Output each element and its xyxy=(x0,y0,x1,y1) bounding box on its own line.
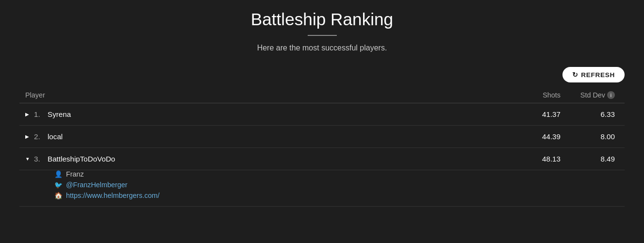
title-divider xyxy=(308,35,337,36)
table-row: ▶ 2. local 44.39 8.00 xyxy=(19,126,625,148)
website-link[interactable]: https://www.helmbergers.com/ xyxy=(66,192,160,199)
table-row: ▼ 3. BattleshipToDoVoDo 48.13 8.49 xyxy=(19,148,625,170)
page-container: Battleship Ranking Here are the most suc… xyxy=(0,0,644,243)
home-icon: 🏠 xyxy=(54,192,62,199)
expanded-details-row: 👤 Franz 🐦 @FranzHelmberger 🏠 https://www… xyxy=(19,170,625,207)
rank-number: 2. xyxy=(34,132,44,141)
expand-icon[interactable]: ▶ xyxy=(25,134,30,139)
player-name: BattleshipToDoVoDo xyxy=(48,155,115,163)
col-shots: Shots xyxy=(508,87,566,103)
refresh-button[interactable]: ↻ REFRESH xyxy=(562,67,625,82)
player-name: local xyxy=(48,132,63,141)
expanded-content: 👤 Franz 🐦 @FranzHelmberger 🏠 https://www… xyxy=(25,170,619,199)
expand-icon[interactable]: ▶ xyxy=(25,112,30,117)
detail-website: 🏠 https://www.helmbergers.com/ xyxy=(54,192,619,199)
shots-cell: 48.13 xyxy=(508,148,566,170)
expanded-cell: 👤 Franz 🐦 @FranzHelmberger 🏠 https://www… xyxy=(19,170,625,207)
twitter-icon: 🐦 xyxy=(54,181,62,189)
expand-icon[interactable]: ▼ xyxy=(25,156,30,162)
player-cell: ▶ 2. local xyxy=(19,126,508,148)
person-icon: 👤 xyxy=(54,170,62,178)
rank-number: 3. xyxy=(34,155,44,163)
shots-cell: 41.37 xyxy=(508,103,566,126)
table-body: ▶ 1. Syrena 41.37 6.33 ▶ 2. local 44.39 … xyxy=(19,103,625,207)
col-player: Player xyxy=(19,87,508,103)
player-cell: ▼ 3. BattleshipToDoVoDo xyxy=(19,148,508,170)
refresh-label: REFRESH xyxy=(581,71,615,79)
rank-number: 1. xyxy=(34,110,44,118)
col-stddev: Std Dev i xyxy=(566,87,625,103)
refresh-icon: ↻ xyxy=(572,71,578,79)
stddev-cell: 6.33 xyxy=(566,103,625,126)
stddev-cell: 8.00 xyxy=(566,126,625,148)
stddev-info-icon[interactable]: i xyxy=(607,91,615,99)
page-title: Battleship Ranking xyxy=(19,10,625,29)
person-name: Franz xyxy=(66,170,84,178)
stddev-cell: 8.49 xyxy=(566,148,625,170)
shots-cell: 44.39 xyxy=(508,126,566,148)
player-cell: ▶ 1. Syrena xyxy=(19,103,508,126)
detail-twitter: 🐦 @FranzHelmberger xyxy=(54,181,619,189)
detail-person: 👤 Franz xyxy=(54,170,619,178)
toolbar: ↻ REFRESH xyxy=(19,67,625,82)
ranking-table: Player Shots Std Dev i ▶ 1. Syr xyxy=(19,87,625,207)
header-section: Battleship Ranking Here are the most suc… xyxy=(19,10,625,52)
twitter-link[interactable]: @FranzHelmberger xyxy=(66,181,128,189)
subtitle: Here are the most successful players. xyxy=(19,44,625,52)
player-name: Syrena xyxy=(48,110,71,118)
table-row: ▶ 1. Syrena 41.37 6.33 xyxy=(19,103,625,126)
table-header: Player Shots Std Dev i xyxy=(19,87,625,103)
